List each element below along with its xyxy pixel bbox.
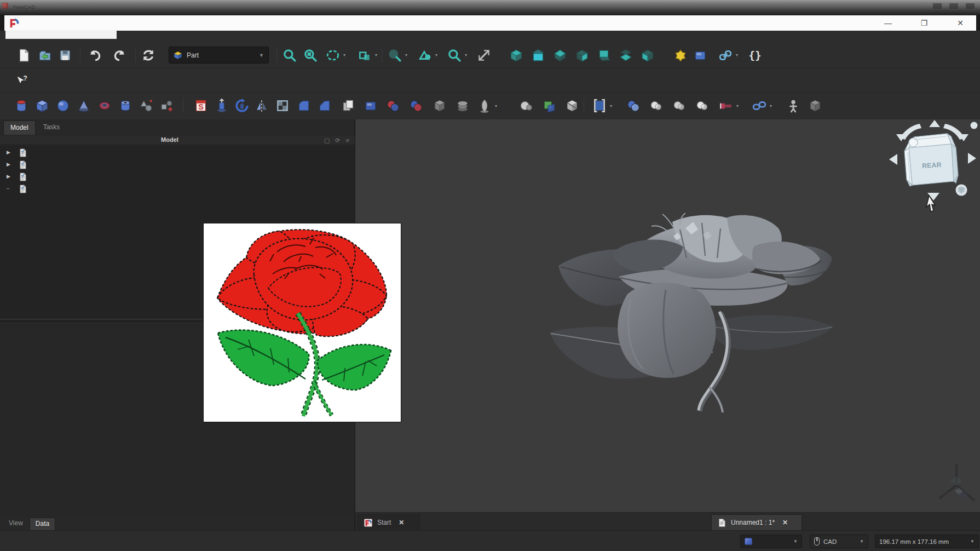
whats-this-button[interactable]: ?	[12, 73, 28, 89]
projection-button[interactable]	[671, 97, 688, 114]
offset-2d-button[interactable]	[625, 97, 642, 114]
tab-data[interactable]: Data	[30, 518, 55, 530]
part-fillet-button[interactable]	[296, 97, 312, 114]
tree-header-icon-0[interactable]: ▢	[324, 137, 330, 144]
refresh-button[interactable]	[140, 47, 157, 64]
open-document-button[interactable]	[36, 47, 53, 64]
part-cone-button[interactable]	[76, 97, 92, 114]
tab-view[interactable]: View	[3, 518, 28, 530]
part-sphere-button[interactable]	[55, 97, 71, 114]
zoom-tools-dropdown[interactable]: ▾	[463, 47, 469, 64]
part-defeaturing-button[interactable]	[718, 97, 734, 114]
fit-all-button[interactable]	[281, 47, 298, 64]
attachment-button[interactable]	[751, 97, 768, 114]
part-cylinder-button[interactable]	[13, 97, 30, 114]
shape-from-text-button[interactable]: S	[193, 97, 209, 114]
view-selection-dropdown[interactable]: ▾	[434, 47, 439, 64]
compound-tools-button[interactable]	[454, 97, 471, 114]
view-left-button[interactable]	[639, 47, 656, 64]
part-torus-button[interactable]	[96, 97, 113, 114]
create-part-button[interactable]	[672, 47, 689, 64]
color-face-button[interactable]	[694, 97, 711, 114]
sync-view-dropdown[interactable]: ▾	[373, 47, 379, 64]
view-bottom-button[interactable]	[618, 47, 634, 64]
python-expression-button[interactable]: {}	[747, 47, 763, 64]
cross-sections-button[interactable]	[564, 97, 580, 114]
outer-maximize-icon[interactable]	[949, 3, 958, 9]
attachment-dropdown[interactable]: ▾	[768, 97, 774, 114]
part-offset-dropdown[interactable]: ▾	[608, 97, 614, 114]
tree-expander[interactable]: –	[7, 186, 9, 191]
part-copy-button[interactable]	[340, 97, 356, 114]
navigation-cube[interactable]: REAR	[888, 119, 978, 214]
box-gray-button[interactable]	[807, 97, 823, 114]
tree-header-icons[interactable]: ▢⟳≡	[324, 137, 349, 144]
part-mannequin-button[interactable]	[785, 97, 802, 114]
tree-expander[interactable]: ▶	[7, 150, 10, 155]
close-tab-icon[interactable]: ✕	[399, 519, 404, 526]
measure-button[interactable]	[476, 47, 492, 64]
view-right-button[interactable]	[574, 47, 590, 64]
tree-expander[interactable]: ▶	[7, 162, 10, 167]
tree-item-2[interactable]: ▶	[0, 171, 355, 183]
window-controls[interactable]: — ❐ ✕	[882, 17, 966, 29]
3d-viewport[interactable]: REAR	[355, 119, 980, 512]
mdi-tab-unnamed1[interactable]: Unnamed1 : 1*✕	[711, 514, 802, 530]
tree-expander[interactable]: ▶	[7, 174, 10, 179]
view-front-button[interactable]	[530, 47, 546, 64]
dimension-indicator[interactable]: 196.17 mm x 177.16 mm ▼	[875, 535, 979, 548]
part-mirror-button[interactable]	[253, 97, 270, 114]
redo-button[interactable]	[112, 47, 128, 64]
part-loft-button[interactable]	[476, 97, 493, 114]
fit-selection-button[interactable]	[302, 47, 319, 64]
part-section-button[interactable]	[541, 97, 557, 114]
tree-header-icon-2[interactable]: ≡	[346, 137, 349, 144]
part-defeaturing-dropdown[interactable]: ▾	[735, 97, 740, 114]
zoom-tools-button[interactable]	[446, 47, 463, 64]
tree-header-icon-1[interactable]: ⟳	[335, 137, 340, 144]
rose-3d-model[interactable]	[542, 211, 840, 416]
part-primitives-button[interactable]	[138, 97, 154, 114]
maximize-button[interactable]: ❐	[918, 17, 930, 29]
close-button[interactable]: ✕	[954, 17, 966, 29]
view-top-button[interactable]	[552, 47, 568, 64]
part-sweep-button[interactable]	[518, 97, 534, 114]
navigation-style-selector[interactable]: CAD ▼	[810, 535, 868, 548]
make-link-dropdown[interactable]: ▾	[734, 47, 740, 64]
view-isometric-dropdown[interactable]: ▾	[403, 47, 409, 64]
sync-view-button[interactable]	[356, 47, 373, 64]
part-offset-button[interactable]	[591, 97, 608, 114]
outer-minimize-icon[interactable]	[933, 3, 942, 9]
view-axonometric-button[interactable]	[508, 47, 524, 64]
part-scale-button[interactable]	[274, 97, 291, 114]
view-isometric-button[interactable]	[387, 47, 403, 64]
part-chamfer-button[interactable]	[316, 97, 333, 114]
create-group-button[interactable]	[692, 47, 708, 64]
part-box-button[interactable]	[34, 97, 50, 114]
draw-style-dropdown[interactable]: ▾	[342, 47, 347, 64]
undo-button[interactable]	[87, 47, 103, 64]
part-loft-dropdown[interactable]: ▾	[493, 97, 499, 114]
part-tube-button[interactable]	[117, 97, 134, 114]
tree-item-1[interactable]: ▶	[0, 159, 355, 171]
part-thickness-button[interactable]	[648, 97, 665, 114]
close-tab-icon[interactable]: ✕	[782, 519, 788, 526]
new-document-button[interactable]	[15, 47, 32, 64]
make-link-button[interactable]	[717, 47, 734, 64]
part-extrude-button[interactable]	[214, 97, 230, 114]
tree-item-3[interactable]: –	[0, 183, 355, 195]
boolean-cut-button[interactable]	[408, 97, 424, 114]
part-refine-button[interactable]	[362, 97, 379, 114]
tab-model[interactable]: Model	[3, 120, 36, 135]
part-revolve-button[interactable]	[234, 97, 250, 114]
tree-item-0[interactable]: ▶	[0, 147, 355, 159]
workbench-selector[interactable]: Part▼	[169, 47, 269, 64]
shape-builder-button[interactable]	[159, 97, 175, 114]
view-rear-button[interactable]	[596, 47, 612, 64]
unit-selector[interactable]: ▼	[740, 535, 802, 548]
minimize-button[interactable]: —	[882, 17, 894, 29]
part-compound-button[interactable]	[431, 97, 448, 114]
mdi-tab-start[interactable]: Start✕	[358, 514, 420, 530]
view-selection-button[interactable]	[417, 47, 433, 64]
save-document-button[interactable]	[57, 47, 73, 64]
